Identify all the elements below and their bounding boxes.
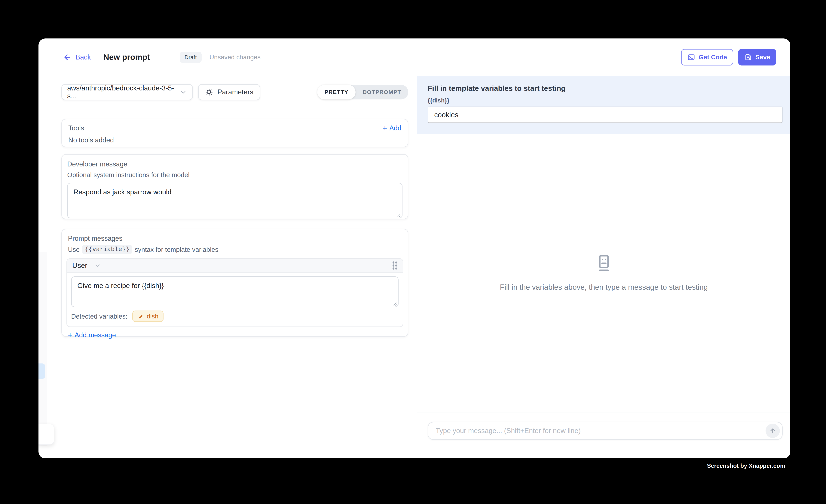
chat-empty-state: Fill in the variables above, then type a… xyxy=(417,134,790,412)
save-icon xyxy=(744,53,752,61)
format-toggle: PRETTY DOTPROMPT xyxy=(317,85,408,100)
get-code-label: Get Code xyxy=(699,54,727,61)
plus-icon: + xyxy=(68,331,72,339)
back-arrow-icon xyxy=(63,53,72,62)
developer-message-input[interactable]: Respond as jack sparrow would xyxy=(67,183,403,218)
hint-suffix: syntax for template variables xyxy=(135,246,218,253)
variable-chip-dish[interactable]: dish xyxy=(132,311,164,322)
tools-empty-text: No tools added xyxy=(68,136,401,144)
developer-message-title: Developer message xyxy=(67,160,403,168)
chat-input-area xyxy=(417,412,790,458)
hint-prefix: Use xyxy=(68,246,79,253)
variable-value-input[interactable] xyxy=(428,107,782,123)
toggle-pretty[interactable]: PRETTY xyxy=(317,85,355,100)
template-variables-panel: Fill in template variables to start test… xyxy=(417,76,790,134)
developer-message-subtitle: Optional system instructions for the mod… xyxy=(67,171,403,179)
model-selector[interactable]: aws/anthropic/bedrock-claude-3-5-s... xyxy=(61,84,193,100)
tools-card-header: Tools + Add xyxy=(68,124,401,132)
app-window: Back New prompt Draft Unsaved changes Ge… xyxy=(39,39,790,458)
developer-message-field-wrap: Respond as jack sparrow would xyxy=(67,183,403,219)
toggle-dotprompt[interactable]: DOTPROMPT xyxy=(356,85,408,100)
chevron-down-icon[interactable] xyxy=(94,262,101,269)
send-button[interactable] xyxy=(766,424,780,438)
prompt-messages-title: Prompt messages xyxy=(68,235,403,242)
variable-chip-label: dish xyxy=(147,313,159,320)
chat-empty-text: Fill in the variables above, then type a… xyxy=(500,283,708,292)
model-toolbar: aws/anthropic/bedrock-claude-3-5-s... xyxy=(61,84,408,100)
model-selector-value: aws/anthropic/bedrock-claude-3-5-s... xyxy=(67,84,179,100)
back-button[interactable]: Back xyxy=(63,53,91,62)
pencil-icon xyxy=(137,313,144,320)
prompt-editor-pane: aws/anthropic/bedrock-claude-3-5-s... xyxy=(39,76,417,458)
tools-card: Tools + Add No tools added xyxy=(61,119,408,147)
add-tool-label: Add xyxy=(389,124,401,132)
desktop-background: Back New prompt Draft Unsaved changes Ge… xyxy=(0,0,826,504)
add-message-label: Add message xyxy=(74,331,116,339)
prompt-messages-card: Prompt messages Use {{variable}} syntax … xyxy=(61,229,408,337)
drag-handle-icon[interactable] xyxy=(392,261,398,270)
robot-face-icon xyxy=(595,254,613,272)
message-role-header: User xyxy=(67,259,403,273)
save-button[interactable]: Save xyxy=(738,49,776,65)
message-body: Give me a recipe for {{dish}} xyxy=(67,273,403,308)
sidebar-active-item[interactable] xyxy=(39,364,45,379)
plus-icon: + xyxy=(383,124,387,132)
gear-icon xyxy=(205,88,213,96)
detected-variables-label: Detected variables: xyxy=(71,313,127,320)
watermark-text: Screenshot by Xnapper.com xyxy=(707,462,785,469)
variable-name-label: {{dish}} xyxy=(428,97,790,104)
variable-syntax-chip: {{variable}} xyxy=(82,245,132,254)
chat-message-input[interactable] xyxy=(428,422,782,439)
chevron-down-icon xyxy=(179,88,187,96)
terminal-icon xyxy=(687,53,695,61)
parameters-button[interactable]: Parameters xyxy=(198,84,260,100)
variables-panel-title: Fill in template variables to start test… xyxy=(428,84,790,92)
back-label: Back xyxy=(75,53,91,61)
add-tool-button[interactable]: + Add xyxy=(383,124,401,132)
message-block: User Give me a recipe for {{dish}} xyxy=(66,258,403,327)
detected-variables-row: Detected variables: dish xyxy=(67,308,403,326)
main-content: aws/anthropic/bedrock-claude-3-5-s... xyxy=(39,76,790,458)
template-syntax-hint: Use {{variable}} syntax for template var… xyxy=(68,245,403,254)
message-field-wrap: Give me a recipe for {{dish}} xyxy=(71,276,399,308)
add-message-button[interactable]: + Add message xyxy=(68,331,116,339)
test-pane: Fill in template variables to start test… xyxy=(417,76,790,458)
unsaved-changes-text: Unsaved changes xyxy=(210,54,260,61)
get-code-button[interactable]: Get Code xyxy=(681,49,733,65)
arrow-up-icon xyxy=(769,427,777,435)
developer-message-card: Developer message Optional system instru… xyxy=(61,154,408,219)
message-input[interactable]: Give me a recipe for {{dish}} xyxy=(71,276,399,307)
role-select-value[interactable]: User xyxy=(72,262,87,270)
sidebar-sliver xyxy=(39,252,47,446)
save-label: Save xyxy=(755,54,770,61)
sidebar-bottom-card[interactable] xyxy=(39,424,54,445)
draft-badge: Draft xyxy=(180,52,201,63)
page-title: New prompt xyxy=(103,53,150,62)
header-bar: Back New prompt Draft Unsaved changes Ge… xyxy=(39,39,790,76)
chat-input-wrap xyxy=(428,422,783,440)
parameters-label: Parameters xyxy=(217,88,253,96)
tools-title: Tools xyxy=(68,124,84,132)
